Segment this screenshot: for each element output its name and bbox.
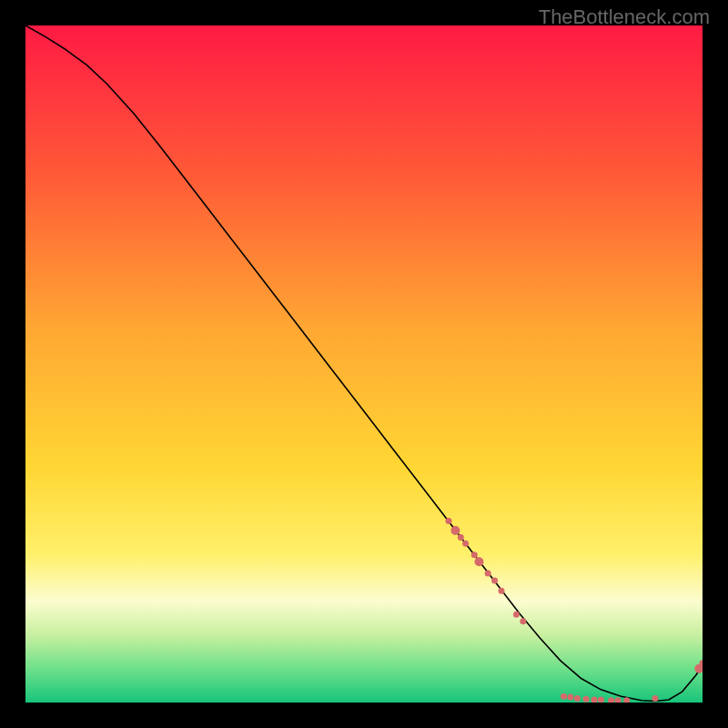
- data-marker: [446, 518, 452, 524]
- data-marker: [458, 534, 464, 541]
- watermark-text: TheBottleneck.com: [539, 5, 710, 29]
- data-marker: [474, 557, 483, 566]
- data-marker: [485, 570, 491, 576]
- data-marker: [583, 696, 590, 703]
- gradient-background: [25, 25, 703, 703]
- chart-container: TheBottleneck.com: [0, 0, 728, 728]
- data-marker: [520, 618, 526, 624]
- data-marker: [450, 526, 460, 535]
- data-marker: [652, 695, 658, 702]
- chart-svg: [25, 25, 703, 703]
- data-marker: [561, 693, 567, 700]
- data-marker: [462, 541, 469, 547]
- data-marker: [513, 612, 520, 618]
- data-marker: [499, 588, 505, 594]
- data-marker: [471, 551, 478, 558]
- plot-area: [25, 25, 703, 703]
- data-marker: [491, 578, 498, 584]
- data-marker: [567, 694, 573, 701]
- data-marker: [574, 695, 581, 702]
